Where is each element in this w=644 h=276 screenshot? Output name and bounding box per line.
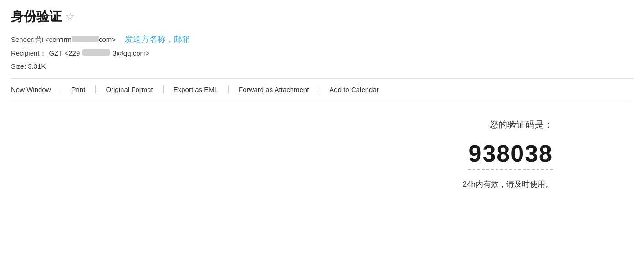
size-row: Size: 3.31K (11, 62, 633, 70)
toolbar-item-add-calendar[interactable]: Add to Calendar (319, 86, 388, 93)
recipient-label: Recipient： (11, 49, 46, 58)
verification-label: 您的验证码是： (489, 118, 553, 131)
toolbar-item-export-eml[interactable]: Export as EML (164, 86, 228, 93)
toolbar-item-original-format[interactable]: Original Format (96, 86, 163, 93)
sender-email-suffix: com> (99, 36, 116, 43)
header-section: 身份验证 ☆ Sender: 营 i <confirm com> 发送方名称，邮… (0, 0, 644, 70)
toolbar-item-print[interactable]: Print (61, 86, 96, 93)
recipient-email: 3@qq.com> (112, 49, 150, 57)
recipient-email-redacted (82, 49, 110, 56)
toolbar-item-new-window[interactable]: New Window (11, 86, 61, 93)
size-value: 3.31K (28, 62, 46, 70)
title-row: 身份验证 ☆ (11, 8, 633, 26)
email-title: 身份验证 (11, 8, 62, 26)
sender-name: 营 (35, 36, 42, 44)
sender-label: Sender: (11, 36, 35, 43)
sender-highlight: 发送方名称，邮箱 (125, 34, 190, 45)
verification-code: 938038 (468, 140, 553, 170)
sender-email-redacted (72, 36, 99, 42)
sender-email-prefix: i <confirm (42, 36, 72, 43)
validity-text: 24h内有效，请及时使用。 (463, 179, 553, 189)
sender-row: Sender: 营 i <confirm com> 发送方名称，邮箱 (11, 34, 633, 45)
toolbar-item-forward-attachment[interactable]: Forward as Attachment (229, 86, 319, 93)
recipient-row: Recipient： GZT <229 3@qq.com> (11, 49, 633, 58)
star-icon[interactable]: ☆ (66, 11, 75, 23)
email-body: 您的验证码是： 938038 24h内有效，请及时使用。 (0, 100, 644, 208)
toolbar: New WindowPrintOriginal FormatExport as … (11, 78, 633, 100)
size-label: Size: (11, 62, 26, 70)
recipient-name: GZT <229 (49, 49, 80, 57)
